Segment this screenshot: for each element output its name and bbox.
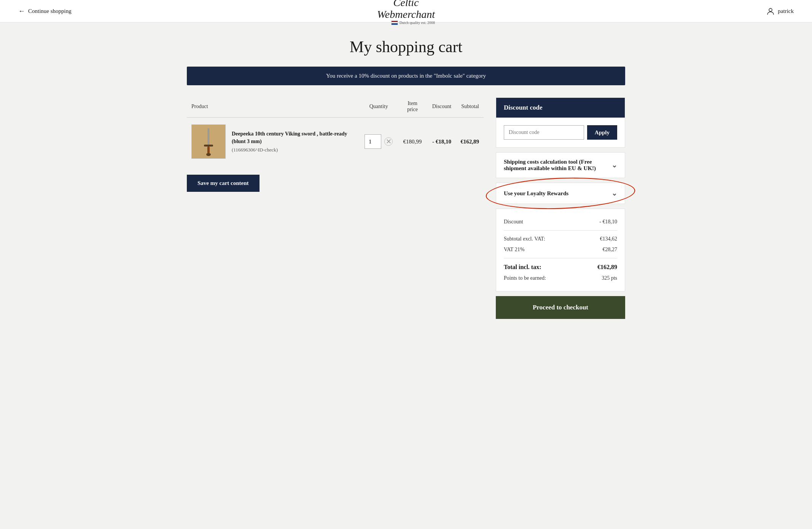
apply-discount-button[interactable]: Apply (587, 125, 617, 140)
cart-table-section: Product Quantity Item price Discount Sub… (187, 97, 484, 192)
shipping-section: Shipping costs calculation tool (Free sh… (496, 152, 625, 178)
site-logo: Celtic Webmerchant Dutch quality est. 20… (377, 0, 435, 25)
site-header: ← Continue shopping Celtic Webmerchant D… (0, 0, 812, 22)
order-summary: Discount - €18,10 Subtotal excl. VAT: €1… (496, 209, 625, 292)
vat-value: €28,27 (603, 247, 618, 253)
cart-summary-panel: Discount code Apply Shipping costs calcu… (496, 97, 625, 319)
total-row: Total incl. tax: €162,89 (504, 258, 617, 273)
item-discount-cell: - €18,10 (428, 118, 456, 166)
user-icon (766, 7, 775, 15)
page-title: My shopping cart (187, 38, 625, 56)
svg-point-5 (206, 153, 211, 156)
checkout-button[interactable]: Proceed to checkout (496, 296, 625, 319)
user-name-label: patrick (778, 8, 794, 14)
loyalty-label: Use your Loyalty Rewards (504, 190, 568, 197)
shipping-chevron-icon: ⌄ (611, 161, 617, 169)
subtotal-excl-row: Subtotal excl. VAT: €134,62 (504, 234, 617, 244)
remove-item-button[interactable]: ✕ (384, 137, 393, 146)
table-row: Deepeeka 10th century Viking sword , bat… (187, 118, 484, 166)
arrow-back-icon: ← (18, 8, 25, 14)
product-id: (116696306^ID-check) (232, 147, 355, 153)
logo-tagline: Dutch quality est. 2008 (377, 21, 435, 25)
loyalty-toggle[interactable]: Use your Loyalty Rewards ⌄ (496, 183, 625, 204)
user-account[interactable]: patrick (766, 7, 794, 15)
discount-input-row: Apply (504, 125, 617, 140)
product-info: Deepeeka 10th century Viking sword , bat… (232, 130, 355, 153)
subtotal-excl-label: Subtotal excl. VAT: (504, 236, 545, 242)
points-label: Points to be earned: (504, 275, 546, 281)
svg-point-0 (769, 8, 772, 11)
product-name: Deepeeka 10th century Viking sword , bat… (232, 130, 355, 145)
discount-code-input[interactable] (504, 125, 584, 140)
svg-rect-3 (204, 145, 213, 147)
vat-row: VAT 21% €28,27 (504, 244, 617, 255)
discount-row: Discount - €18,10 (504, 217, 617, 227)
discount-value: - €18,10 (599, 219, 617, 225)
loyalty-section: Use your Loyalty Rewards ⌄ (496, 183, 625, 204)
logo-text: Celtic Webmerchant (377, 0, 435, 21)
continue-shopping-label: Continue shopping (28, 8, 72, 14)
points-row: Points to be earned: 325 pts (504, 273, 617, 284)
svg-rect-6 (209, 128, 209, 145)
item-price-cell: €180,99 (397, 118, 427, 166)
product-image (191, 124, 226, 159)
points-value: 325 pts (602, 275, 617, 281)
col-header-discount: Discount (428, 97, 456, 118)
dutch-flag-icon (391, 21, 398, 25)
shipping-toggle[interactable]: Shipping costs calculation tool (Free sh… (496, 153, 625, 178)
page-content: My shopping cart You receive a 10% disco… (178, 22, 634, 342)
total-label: Total incl. tax: (504, 264, 541, 271)
col-header-product: Product (187, 97, 360, 118)
shipping-label: Shipping costs calculation tool (Free sh… (504, 159, 611, 172)
discount-code-header: Discount code (496, 98, 625, 118)
svg-rect-7 (208, 147, 209, 153)
col-header-subtotal: Subtotal (456, 97, 484, 118)
col-header-item-price: Item price (397, 97, 427, 118)
discount-code-body: Apply (496, 118, 625, 147)
save-cart-button[interactable]: Save my cart content (187, 175, 260, 192)
col-header-quantity: Quantity (360, 97, 397, 118)
cart-layout: Product Quantity Item price Discount Sub… (187, 97, 625, 319)
quantity-cell: ✕ (360, 118, 397, 166)
item-subtotal-cell: €162,89 (456, 118, 484, 166)
discount-code-panel: Discount code Apply (496, 97, 625, 148)
subtotal-excl-value: €134,62 (600, 236, 618, 242)
discount-label: Discount (504, 219, 523, 225)
total-value: €162,89 (597, 264, 617, 271)
quantity-input[interactable] (365, 134, 381, 149)
continue-shopping-link[interactable]: ← Continue shopping (18, 8, 72, 14)
promo-banner: You receive a 10% discount on products i… (187, 67, 625, 85)
vat-label: VAT 21% (504, 247, 524, 253)
product-cell: Deepeeka 10th century Viking sword , bat… (187, 118, 360, 166)
cart-table: Product Quantity Item price Discount Sub… (187, 97, 484, 166)
loyalty-chevron-icon: ⌄ (611, 189, 617, 198)
